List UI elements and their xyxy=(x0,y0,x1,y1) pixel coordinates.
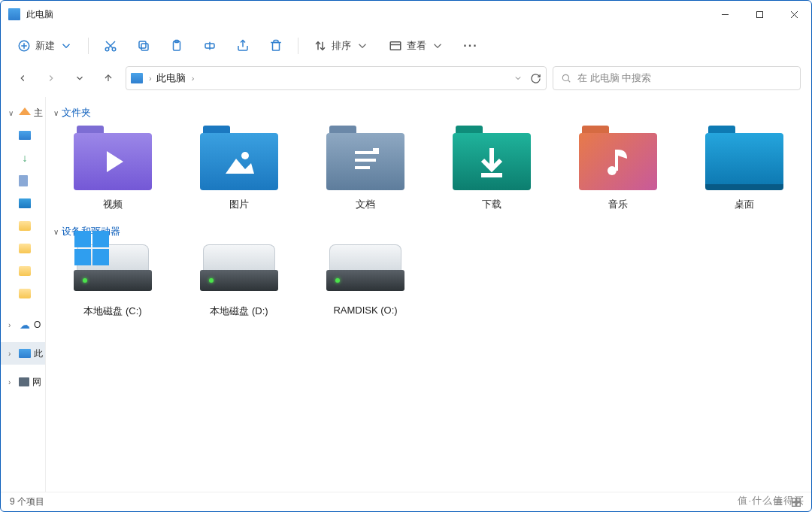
status-bar: 9 个项目 xyxy=(1,492,811,511)
chevron-down-icon[interactable] xyxy=(514,74,523,83)
pc-icon xyxy=(131,73,143,83)
recent-button[interactable] xyxy=(68,67,91,89)
svg-rect-30 xyxy=(355,159,376,162)
address-bar: › 此电脑 › 在 此电脑 中搜索 xyxy=(1,64,811,97)
separator xyxy=(88,38,89,54)
chevron-right-icon: › xyxy=(149,74,152,83)
back-button[interactable] xyxy=(11,67,34,89)
view-label: 查看 xyxy=(407,39,426,53)
item-count: 9 个项目 xyxy=(10,495,44,508)
sort-button[interactable]: 排序 xyxy=(306,32,377,59)
sidebar-item-downloads[interactable]: ↓ xyxy=(1,147,45,169)
drive-label: 本地磁盘 (C:) xyxy=(83,304,141,318)
chevron-down-icon: ∨ xyxy=(53,228,59,236)
drive-label: RAMDISK (O:) xyxy=(333,304,397,316)
folder-label: 文档 xyxy=(356,198,375,211)
details-view-icon[interactable] xyxy=(772,496,784,508)
more-button[interactable]: ··· xyxy=(456,32,485,59)
svg-rect-31 xyxy=(355,166,370,169)
up-button[interactable] xyxy=(97,67,120,89)
forward-button[interactable] xyxy=(40,67,62,89)
folder-videos[interactable]: 视频 xyxy=(53,126,172,211)
new-button[interactable]: 新建 xyxy=(10,32,80,59)
folder-music[interactable]: 音乐 xyxy=(559,126,677,211)
svg-marker-26 xyxy=(107,151,123,172)
svg-rect-18 xyxy=(273,43,280,51)
new-label: 新建 xyxy=(35,39,55,53)
address-field[interactable]: › 此电脑 › xyxy=(126,66,547,90)
svg-marker-28 xyxy=(226,159,254,174)
search-field[interactable]: 在 此电脑 中搜索 xyxy=(553,66,801,90)
folder-icon xyxy=(19,289,31,298)
svg-rect-11 xyxy=(141,44,148,50)
sidebar-item-folder[interactable] xyxy=(1,237,45,259)
pc-icon xyxy=(19,349,31,358)
folder-label: 桌面 xyxy=(735,198,754,211)
folder-downloads[interactable]: 下载 xyxy=(432,126,551,211)
sidebar-item-onedrive[interactable]: ›☁O xyxy=(1,314,45,336)
svg-rect-43 xyxy=(797,502,801,506)
separator xyxy=(298,38,298,54)
sidebar-item-thispc[interactable]: ›此 xyxy=(1,342,45,365)
share-button[interactable] xyxy=(229,32,257,59)
rename-button[interactable] xyxy=(195,32,224,59)
folder-label: 下载 xyxy=(482,198,501,211)
folder-pictures[interactable]: 图片 xyxy=(180,126,298,211)
svg-line-25 xyxy=(568,80,570,82)
svg-rect-40 xyxy=(792,498,796,501)
folder-icon xyxy=(19,266,31,276)
app-icon xyxy=(8,8,20,20)
folder-icon xyxy=(19,221,31,231)
folder-icon xyxy=(19,244,31,253)
drive-o[interactable]: RAMDISK (O:) xyxy=(306,244,425,318)
svg-rect-12 xyxy=(139,41,146,48)
minimize-button[interactable] xyxy=(707,1,742,28)
folder-label: 音乐 xyxy=(608,198,628,211)
svg-rect-29 xyxy=(355,151,376,154)
sidebar-item-folder[interactable] xyxy=(1,214,45,237)
download-icon: ↓ xyxy=(19,152,31,164)
svg-rect-32 xyxy=(373,148,379,154)
title-bar: 此电脑 xyxy=(1,1,811,28)
refresh-icon[interactable] xyxy=(530,73,541,84)
desktop-icon xyxy=(19,131,31,140)
cut-button[interactable] xyxy=(96,32,125,59)
breadcrumb[interactable]: 此电脑 xyxy=(156,71,186,85)
sidebar-item-documents[interactable] xyxy=(1,169,45,192)
windows-logo-icon xyxy=(74,231,109,265)
search-icon xyxy=(561,73,571,83)
content-pane: ∨ 文件夹 视频 图片 文档 下载 xyxy=(46,97,811,492)
group-label: 文件夹 xyxy=(62,106,91,120)
svg-point-24 xyxy=(562,74,568,80)
svg-rect-1 xyxy=(756,11,762,17)
svg-rect-21 xyxy=(390,42,401,50)
copy-button[interactable] xyxy=(129,32,158,59)
cloud-icon: ☁ xyxy=(19,319,31,331)
sidebar-item-folder[interactable] xyxy=(1,282,45,304)
sidebar: ∨主 ↓ ›☁O ›此 ›网 xyxy=(1,97,46,492)
chevron-right-icon[interactable]: › xyxy=(192,74,195,83)
window-title: 此电脑 xyxy=(26,8,53,21)
svg-point-27 xyxy=(241,152,249,159)
sidebar-item-home[interactable]: ∨主 xyxy=(1,101,45,124)
paste-button[interactable] xyxy=(162,32,191,59)
svg-rect-41 xyxy=(797,498,801,501)
sidebar-item-desktop[interactable] xyxy=(1,124,45,147)
delete-button[interactable] xyxy=(262,32,290,59)
sidebar-item-folder[interactable] xyxy=(1,259,45,282)
drive-c[interactable]: 本地磁盘 (C:) xyxy=(53,244,172,318)
view-button[interactable]: 查看 xyxy=(381,32,452,59)
sidebar-item-network[interactable]: ›网 xyxy=(1,371,45,393)
close-button[interactable] xyxy=(777,1,811,28)
group-header-drives[interactable]: ∨ 设备和驱动器 xyxy=(53,225,804,238)
sort-label: 排序 xyxy=(332,39,351,53)
drive-label: 本地磁盘 (D:) xyxy=(210,304,268,318)
large-icons-view-icon[interactable] xyxy=(790,496,802,508)
drive-d[interactable]: 本地磁盘 (D:) xyxy=(180,244,298,318)
group-header-folders[interactable]: ∨ 文件夹 xyxy=(53,106,804,120)
folder-label: 视频 xyxy=(103,198,123,211)
folder-documents[interactable]: 文档 xyxy=(306,126,425,211)
maximize-button[interactable] xyxy=(742,1,777,28)
sidebar-item-pictures[interactable] xyxy=(1,192,45,214)
folder-desktop[interactable]: 桌面 xyxy=(685,126,804,211)
